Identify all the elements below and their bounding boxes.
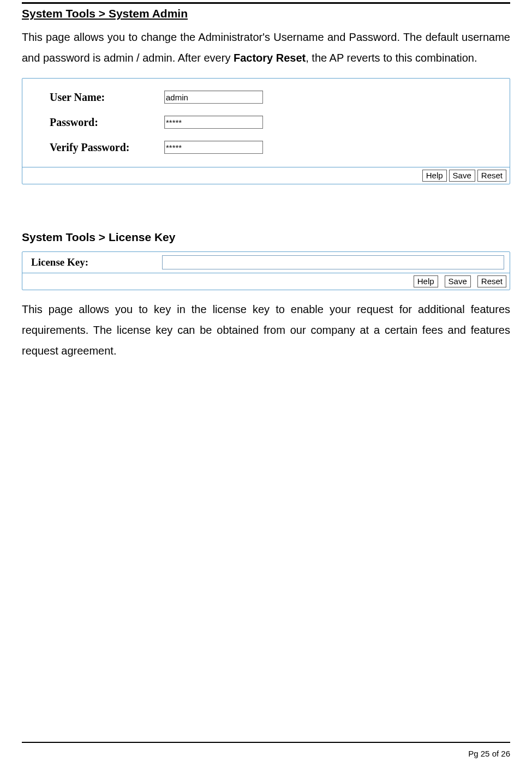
admin-panel: User Name: Password: Verify Password: He… [22, 78, 510, 184]
para-post: , the AP reverts to this combination. [306, 52, 477, 64]
top-rule [22, 2, 510, 4]
license-paragraph: This page allows you to key in the licen… [22, 299, 510, 361]
row-verify-password: Verify Password: [50, 141, 499, 154]
license-panel: License Key: Help Save Reset [22, 251, 510, 290]
license-help-button[interactable]: Help [414, 275, 438, 287]
reset-button[interactable]: Reset [477, 170, 506, 182]
username-label: User Name: [50, 91, 164, 104]
heading-system-admin: System Tools > System Admin [22, 7, 510, 20]
license-reset-button[interactable]: Reset [477, 275, 506, 287]
username-input[interactable] [164, 91, 263, 104]
admin-panel-body: User Name: Password: Verify Password: [22, 79, 510, 167]
license-label: License Key: [31, 256, 162, 268]
license-save-button[interactable]: Save [445, 275, 471, 287]
system-admin-paragraph: This page allows you to change the Admin… [22, 27, 510, 68]
row-license: License Key: [22, 252, 510, 273]
password-input[interactable] [164, 116, 263, 129]
page-number: Pg 25 of 26 [468, 749, 510, 758]
row-password: Password: [50, 116, 499, 129]
admin-panel-footer: Help Save Reset [22, 167, 510, 184]
password-label: Password: [50, 116, 164, 129]
save-button[interactable]: Save [449, 170, 475, 182]
license-input[interactable] [162, 255, 504, 269]
row-username: User Name: [50, 91, 499, 104]
help-button[interactable]: Help [422, 170, 447, 182]
footer-rule [22, 742, 510, 743]
para-bold: Factory Reset [234, 52, 306, 64]
heading-license-key: System Tools > License Key [22, 231, 510, 244]
verify-password-input[interactable] [164, 141, 263, 154]
license-panel-footer: Help Save Reset [22, 273, 510, 290]
verify-password-label: Verify Password: [50, 141, 164, 154]
